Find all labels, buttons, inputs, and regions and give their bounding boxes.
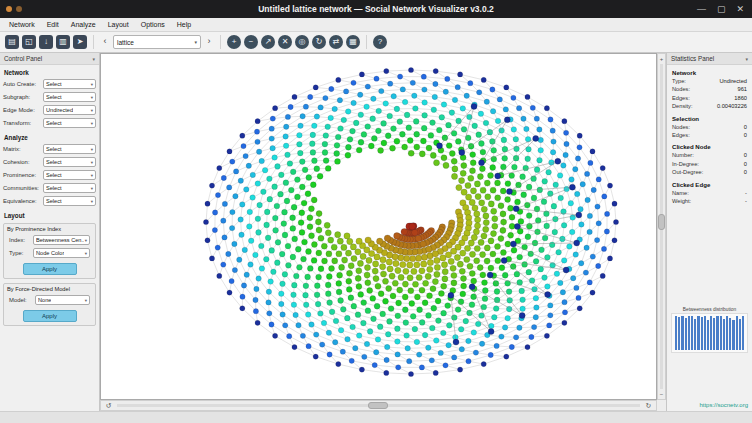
network-node[interactable]	[474, 211, 480, 217]
network-node[interactable]	[533, 135, 539, 141]
relations-icon[interactable]: ⇄	[329, 35, 343, 49]
network-node[interactable]	[460, 291, 466, 297]
network-node[interactable]	[427, 266, 433, 272]
network-node[interactable]	[312, 158, 318, 164]
network-node[interactable]	[427, 293, 433, 299]
network-node[interactable]	[491, 147, 497, 153]
network-node[interactable]	[578, 206, 583, 211]
network-node[interactable]	[203, 219, 208, 224]
network-node[interactable]	[303, 104, 308, 109]
network-node[interactable]	[442, 269, 448, 275]
network-node[interactable]	[494, 243, 500, 249]
network-node[interactable]	[510, 264, 516, 270]
network-node[interactable]	[464, 245, 470, 251]
network-node[interactable]	[335, 232, 341, 238]
network-node[interactable]	[558, 280, 563, 285]
network-node[interactable]	[344, 315, 350, 321]
network-node[interactable]	[485, 194, 491, 200]
network-node[interactable]	[383, 298, 389, 304]
network-node[interactable]	[267, 311, 272, 316]
network-node[interactable]	[436, 127, 442, 133]
network-node[interactable]	[338, 126, 344, 132]
network-node[interactable]	[316, 211, 322, 217]
network-node[interactable]	[461, 189, 467, 195]
index-select[interactable]: Betweenness Cen... ▾	[33, 235, 90, 245]
network-node[interactable]	[385, 133, 391, 139]
network-node[interactable]	[253, 297, 258, 302]
network-node[interactable]	[316, 250, 322, 256]
network-node[interactable]	[248, 262, 253, 267]
network-node[interactable]	[613, 219, 618, 224]
network-node[interactable]	[455, 85, 460, 90]
network-node[interactable]	[432, 279, 438, 285]
network-node[interactable]	[340, 306, 346, 312]
network-node[interactable]	[358, 92, 363, 97]
network-node[interactable]	[329, 266, 335, 272]
network-node[interactable]	[325, 291, 331, 297]
network-node[interactable]	[458, 367, 463, 372]
network-node[interactable]	[402, 281, 408, 287]
network-node[interactable]	[467, 263, 473, 269]
relation-combo[interactable]: lattice ▾	[113, 35, 201, 49]
network-node[interactable]	[333, 318, 339, 324]
network-node[interactable]	[520, 297, 526, 303]
network-node[interactable]	[348, 295, 354, 301]
network-node[interactable]	[259, 266, 265, 272]
network-node[interactable]	[290, 225, 296, 231]
network-node[interactable]	[297, 132, 303, 138]
network-node[interactable]	[493, 280, 499, 286]
network-node[interactable]	[458, 72, 463, 77]
network-node[interactable]	[380, 271, 386, 277]
network-node[interactable]	[320, 342, 325, 347]
network-node[interactable]	[281, 221, 287, 227]
network-node[interactable]	[259, 158, 264, 163]
network-node[interactable]	[537, 187, 543, 193]
network-node[interactable]	[365, 308, 371, 314]
network-node[interactable]	[574, 191, 579, 196]
network-node[interactable]	[469, 302, 475, 308]
network-node[interactable]	[483, 120, 489, 126]
network-node[interactable]	[562, 300, 567, 305]
network-node[interactable]	[493, 306, 499, 312]
network-node[interactable]	[365, 280, 371, 286]
network-node[interactable]	[412, 326, 418, 332]
next-relation-icon[interactable]: ›	[204, 35, 214, 49]
network-node[interactable]	[226, 251, 231, 256]
network-node[interactable]	[356, 238, 362, 244]
network-node[interactable]	[495, 118, 501, 124]
network-node[interactable]	[551, 139, 556, 144]
network-node[interactable]	[254, 129, 259, 134]
network-node[interactable]	[590, 149, 595, 154]
network-node[interactable]	[452, 97, 457, 102]
network-node[interactable]	[575, 156, 580, 161]
network-node[interactable]	[471, 278, 477, 284]
network-node[interactable]	[326, 274, 332, 280]
network-node[interactable]	[285, 152, 291, 158]
network-node[interactable]	[299, 229, 305, 235]
network-node[interactable]	[340, 349, 345, 354]
network-node[interactable]	[362, 354, 367, 359]
network-node[interactable]	[325, 124, 331, 130]
network-node[interactable]	[415, 255, 421, 261]
network-node[interactable]	[356, 147, 362, 153]
network-node[interactable]	[246, 163, 251, 168]
network-node[interactable]	[482, 296, 488, 302]
network-node[interactable]	[469, 284, 475, 290]
network-node[interactable]	[360, 253, 366, 259]
network-node[interactable]	[402, 144, 408, 150]
network-node[interactable]	[372, 268, 378, 274]
network-node[interactable]	[269, 322, 274, 327]
network-node[interactable]	[495, 173, 501, 179]
network-node[interactable]	[314, 332, 319, 337]
network-node[interactable]	[464, 256, 470, 262]
network-node[interactable]	[470, 188, 476, 194]
network-node[interactable]	[344, 233, 350, 239]
network-node[interactable]	[500, 227, 506, 233]
network-node[interactable]	[472, 123, 478, 129]
network-node[interactable]	[450, 265, 456, 271]
network-node[interactable]	[531, 324, 536, 329]
network-node[interactable]	[384, 370, 389, 375]
network-node[interactable]	[273, 333, 278, 338]
collapse-icon[interactable]: ▾	[92, 56, 95, 62]
network-node[interactable]	[292, 345, 297, 350]
